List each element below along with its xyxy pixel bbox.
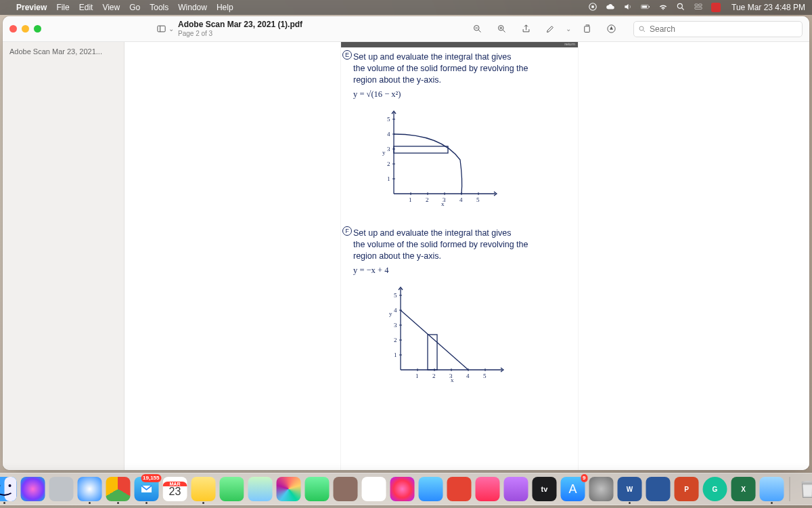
volume-icon[interactable] <box>623 2 633 14</box>
dock-contacts[interactable] <box>334 477 358 501</box>
zoom-status-icon[interactable] <box>588 2 597 14</box>
sidebar-toggle-button[interactable] <box>152 20 170 38</box>
share-button[interactable] <box>517 20 535 38</box>
document-title: Adobe Scan Mar 23, 2021 (1).pdf <box>178 20 302 29</box>
dock-maps[interactable] <box>248 477 273 501</box>
chevron-down-icon[interactable]: ⌄ <box>566 25 571 33</box>
svg-line-6 <box>682 7 684 9</box>
titlebar: ⌄ Adobe Scan Mar 23, 2021 (1).pdf Page 2… <box>3 16 809 42</box>
dock-messages[interactable] <box>220 477 244 501</box>
problem-e-label: E <box>342 50 352 60</box>
problem-f-equation: y = −x + 4 <box>353 265 571 276</box>
svg-text:2: 2 <box>394 337 397 343</box>
adobe-menu-icon[interactable] <box>711 3 721 12</box>
dock-chrome[interactable] <box>106 477 131 501</box>
svg-line-72 <box>401 310 468 370</box>
svg-rect-19 <box>584 26 589 33</box>
dock-appstore[interactable]: A9 <box>561 477 585 501</box>
svg-line-13 <box>478 30 480 32</box>
menu-view[interactable]: View <box>102 3 120 12</box>
svg-text:5: 5 <box>394 292 397 299</box>
dock-calendar[interactable]: MAR23 <box>163 477 187 501</box>
svg-text:4: 4 <box>394 307 397 314</box>
dock-excel[interactable]: X <box>731 477 756 501</box>
dock-photos[interactable] <box>277 477 301 501</box>
menubar: Preview File Edit View Go Tools Window H… <box>0 0 812 15</box>
problem-e-equation: y = √(16 − x²) <box>353 89 571 100</box>
svg-text:1: 1 <box>387 175 390 182</box>
dock-onedrive[interactable] <box>646 477 671 501</box>
dock-videos[interactable] <box>419 477 443 501</box>
menu-tools[interactable]: Tools <box>150 3 168 12</box>
zoom-out-button[interactable] <box>468 20 486 38</box>
svg-rect-10 <box>157 26 164 32</box>
dock-launchpad[interactable] <box>49 477 74 501</box>
dock-grammarly[interactable]: G <box>703 477 727 501</box>
menu-edit[interactable]: Edit <box>79 3 93 12</box>
svg-rect-75 <box>5 477 17 501</box>
clock[interactable]: Tue Mar 23 4:48 PM <box>729 3 805 12</box>
info-button[interactable] <box>602 20 620 38</box>
svg-text:4: 4 <box>459 196 463 203</box>
dock-mail[interactable]: 19,155 <box>135 477 159 501</box>
sidebar-thumb-label[interactable]: Adobe Scan Mar 23, 2021... <box>9 47 117 56</box>
rotate-button[interactable] <box>578 20 595 38</box>
page-indicator: Page 2 of 3 <box>178 30 302 37</box>
pdf-page: return E Set up and evaluate the integra… <box>341 42 578 470</box>
dock-facetime[interactable] <box>305 477 330 501</box>
dock-itunes[interactable] <box>390 477 415 501</box>
svg-line-22 <box>644 30 646 32</box>
problem-f-line3: region about the y-axis. <box>353 251 571 262</box>
problem-f-label: F <box>342 226 352 236</box>
sidebar[interactable]: Adobe Scan Mar 23, 2021... <box>3 42 125 470</box>
dock-safari[interactable] <box>78 477 102 501</box>
spotlight-icon[interactable] <box>676 2 685 14</box>
dock-reminders[interactable] <box>362 477 386 501</box>
svg-rect-7 <box>695 3 698 5</box>
svg-text:3: 3 <box>394 322 397 329</box>
dock-preview[interactable] <box>760 477 784 501</box>
dock-trash[interactable] <box>796 477 813 501</box>
svg-rect-4 <box>642 5 648 7</box>
dock-word[interactable]: W <box>618 477 642 501</box>
dock-podcasts[interactable] <box>504 477 528 501</box>
problem-e-line3: region about the y-axis. <box>353 75 571 86</box>
chevron-down-icon[interactable]: ⌄ <box>168 25 174 33</box>
dock-music[interactable] <box>476 477 500 501</box>
menu-file[interactable]: File <box>56 3 69 12</box>
zoom-in-button[interactable] <box>493 20 510 38</box>
wifi-icon[interactable] <box>658 2 668 14</box>
menu-window[interactable]: Window <box>178 3 207 12</box>
svg-text:2: 2 <box>387 161 390 167</box>
menu-go[interactable]: Go <box>129 3 140 12</box>
dock-tv[interactable]: tv <box>533 477 557 501</box>
app-name[interactable]: Preview <box>16 3 47 12</box>
search-input[interactable] <box>650 24 798 34</box>
problem-e: E Set up and evaluate the integral that … <box>341 49 578 211</box>
dock-powerpoint[interactable]: P <box>675 477 699 501</box>
dock-todoist[interactable] <box>447 477 472 501</box>
svg-text:3: 3 <box>449 373 453 379</box>
problem-e-graph: y x 1 2 3 4 5 1 2 3 4 5 <box>374 106 502 207</box>
dock-notes[interactable] <box>191 477 216 501</box>
battery-icon[interactable] <box>641 2 650 14</box>
svg-text:3: 3 <box>443 196 446 203</box>
svg-text:4: 4 <box>387 131 390 137</box>
fullscreen-button[interactable] <box>34 25 41 33</box>
control-center-icon[interactable] <box>694 2 703 14</box>
svg-rect-8 <box>699 3 702 5</box>
problem-f-line1: Set up and evaluate the integral that gi… <box>353 228 571 239</box>
cloud-icon[interactable] <box>606 2 615 14</box>
svg-text:2: 2 <box>426 196 429 203</box>
dock-siri[interactable] <box>21 477 45 501</box>
markup-button[interactable] <box>541 20 559 38</box>
dock-settings[interactable] <box>589 477 614 501</box>
search-field[interactable] <box>633 21 803 37</box>
document-canvas[interactable]: return E Set up and evaluate the integra… <box>125 42 809 470</box>
minimize-button[interactable] <box>22 25 29 33</box>
close-button[interactable] <box>9 25 17 33</box>
svg-text:y: y <box>389 310 392 317</box>
dock-finder[interactable] <box>0 477 17 501</box>
svg-point-77 <box>9 484 12 487</box>
menu-help[interactable]: Help <box>217 3 233 12</box>
